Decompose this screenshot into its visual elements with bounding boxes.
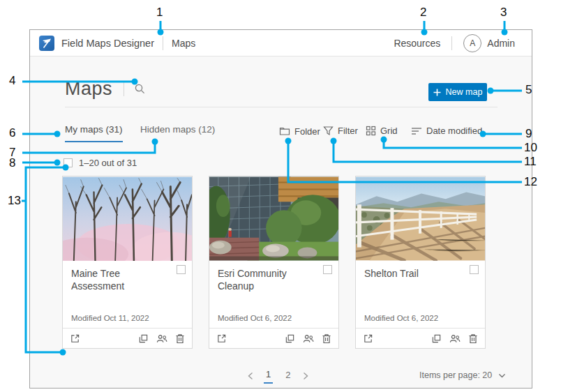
sort-control[interactable]: Date modified bbox=[411, 126, 482, 136]
pagination: 1 2 bbox=[248, 368, 308, 384]
field-maps-designer-window: Field Maps Designer Maps Resources A Adm… bbox=[29, 29, 532, 389]
folder-control[interactable]: Folder bbox=[279, 126, 320, 137]
map-card: Shelton Trail Modified Oct 6, 2022 bbox=[355, 176, 486, 349]
select-all-checkbox[interactable] bbox=[63, 158, 73, 167]
card-info: Maine Tree Assessment Modified Oct 11, 2… bbox=[63, 261, 192, 328]
card-modified-date: Modified Oct 6, 2022 bbox=[218, 314, 292, 322]
card-footer bbox=[356, 328, 485, 348]
card-title[interactable]: Shelton Trail bbox=[364, 268, 477, 280]
app-header: Field Maps Designer Maps Resources A Adm… bbox=[30, 30, 532, 56]
card-modified-date: Modified Oct 11, 2022 bbox=[71, 314, 149, 322]
header-divider bbox=[451, 36, 452, 50]
share-group-icon[interactable] bbox=[303, 333, 314, 344]
open-map-icon[interactable] bbox=[363, 333, 373, 344]
card-checkbox[interactable] bbox=[470, 265, 479, 274]
selection-row: 1–20 out of 31 bbox=[63, 158, 137, 168]
card-footer bbox=[63, 328, 192, 348]
open-map-icon[interactable] bbox=[70, 333, 80, 344]
chevron-down-icon bbox=[498, 373, 506, 378]
delete-icon[interactable] bbox=[322, 333, 331, 344]
map-thumbnail-shelton-trail[interactable] bbox=[356, 176, 485, 261]
items-per-page-dropdown[interactable]: Items per page: 20 bbox=[419, 370, 506, 380]
grid-label: Grid bbox=[380, 126, 398, 136]
card-modified-date: Modified Oct 6, 2022 bbox=[364, 314, 438, 322]
card-title[interactable]: Maine Tree Assessment bbox=[71, 268, 184, 292]
duplicate-icon[interactable] bbox=[138, 333, 149, 344]
filter-label: Filter bbox=[338, 126, 358, 136]
app-title: Field Maps Designer bbox=[61, 38, 154, 49]
delete-icon[interactable] bbox=[468, 333, 478, 344]
share-group-icon[interactable] bbox=[449, 333, 461, 344]
callout-5: 5 bbox=[525, 84, 532, 96]
callout-13: 13 bbox=[8, 195, 21, 207]
delete-icon[interactable] bbox=[175, 333, 185, 344]
page-title-row: Maps bbox=[65, 76, 146, 101]
card-checkbox[interactable] bbox=[323, 265, 332, 274]
grid-view-control[interactable]: Grid bbox=[366, 126, 398, 136]
tab-hidden-maps[interactable]: Hidden maps (12) bbox=[140, 124, 215, 141]
search-icon[interactable] bbox=[134, 83, 146, 95]
title-rule bbox=[65, 107, 498, 107]
callout-10: 10 bbox=[524, 142, 537, 154]
items-per-page-label: Items per page: 20 bbox=[419, 370, 492, 380]
title-divider bbox=[124, 81, 124, 96]
card-checkbox[interactable] bbox=[177, 265, 186, 274]
card-info: Esri Community Cleanup Modified Oct 6, 2… bbox=[209, 261, 338, 328]
sort-label: Date modified bbox=[426, 126, 482, 136]
callout-4: 4 bbox=[9, 75, 15, 87]
card-footer bbox=[209, 328, 338, 348]
callout-12: 12 bbox=[524, 176, 537, 188]
filter-control[interactable]: Filter bbox=[323, 126, 358, 136]
card-title[interactable]: Esri Community Cleanup bbox=[218, 268, 330, 292]
page-button-2[interactable]: 2 bbox=[283, 368, 292, 383]
username[interactable]: Admin bbox=[487, 38, 515, 49]
map-card: Esri Community Cleanup Modified Oct 6, 2… bbox=[209, 176, 339, 349]
header-divider bbox=[163, 36, 163, 50]
callout-1: 1 bbox=[156, 6, 163, 19]
callout-8: 8 bbox=[9, 157, 15, 169]
selection-count: 1–20 out of 31 bbox=[79, 158, 137, 168]
new-map-button[interactable]: New map bbox=[428, 83, 487, 101]
folder-icon bbox=[279, 126, 290, 137]
grid-icon bbox=[366, 126, 376, 136]
chevron-left-icon[interactable] bbox=[248, 372, 253, 380]
card-info: Shelton Trail Modified Oct 6, 2022 bbox=[356, 261, 485, 328]
callout-11: 11 bbox=[524, 156, 537, 168]
plus-icon bbox=[433, 89, 441, 96]
chevron-right-icon[interactable] bbox=[303, 372, 308, 380]
callout-2: 2 bbox=[420, 6, 426, 19]
page-button-1[interactable]: 1 bbox=[264, 368, 273, 384]
share-group-icon[interactable] bbox=[156, 333, 167, 344]
resources-link[interactable]: Resources bbox=[394, 38, 440, 49]
callout-9: 9 bbox=[525, 128, 532, 140]
open-map-icon[interactable] bbox=[216, 333, 227, 344]
map-card-grid: Maine Tree Assessment Modified Oct 11, 2… bbox=[62, 176, 486, 349]
tabs-row: My maps (31) Hidden maps (12) Folder Fil… bbox=[30, 124, 532, 145]
duplicate-icon[interactable] bbox=[285, 333, 295, 344]
map-card: Maine Tree Assessment Modified Oct 11, 2… bbox=[62, 176, 193, 349]
field-maps-logo-icon bbox=[39, 36, 54, 51]
annotated-screenshot: Field Maps Designer Maps Resources A Adm… bbox=[0, 0, 561, 392]
sort-icon bbox=[411, 126, 422, 136]
callout-3: 3 bbox=[500, 6, 507, 19]
tab-my-maps[interactable]: My maps (31) bbox=[65, 124, 123, 142]
map-thumbnail-maine-trees[interactable] bbox=[63, 176, 192, 261]
new-map-label: New map bbox=[446, 87, 483, 97]
page-title: Maps bbox=[65, 78, 112, 100]
duplicate-icon[interactable] bbox=[431, 333, 442, 344]
avatar[interactable]: A bbox=[463, 34, 481, 52]
folder-label: Folder bbox=[294, 126, 320, 137]
map-thumbnail-esri-campus[interactable] bbox=[209, 176, 338, 261]
filter-icon bbox=[323, 126, 334, 136]
nav-item-maps[interactable]: Maps bbox=[172, 38, 195, 49]
callout-6: 6 bbox=[9, 127, 15, 140]
